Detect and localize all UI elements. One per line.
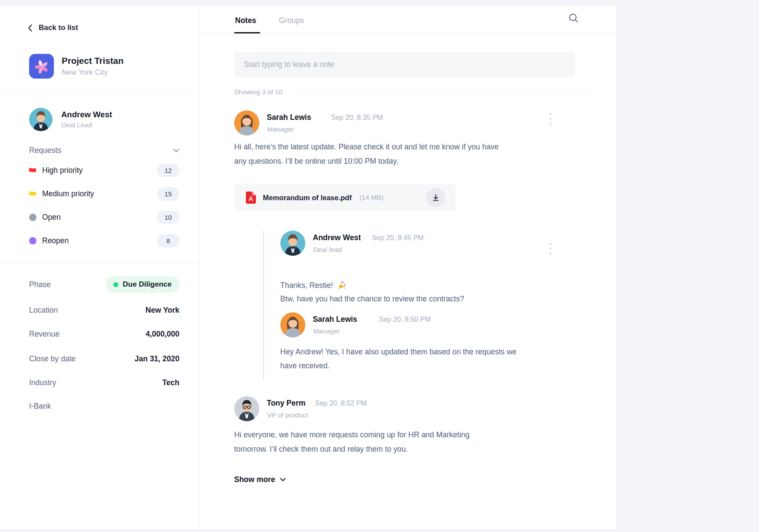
party-popper-emoji	[337, 281, 346, 290]
comment-author-role: Deal lead	[313, 246, 342, 254]
tab-groups[interactable]: Groups	[279, 16, 304, 25]
request-filter-high-priority[interactable]: High priority 12	[28, 164, 179, 177]
requests-section-header[interactable]: Requests	[29, 146, 179, 155]
dot-icon	[28, 214, 37, 221]
detail-label: Industry	[29, 378, 56, 387]
active-tab-underline	[234, 32, 260, 33]
page: Back to list Project Tristan New York Ci…	[0, 0, 759, 532]
detail-row-close-by-date: Close by date Jan 31, 2020	[29, 350, 179, 367]
request-count-badge: 12	[157, 164, 179, 177]
detail-label: Revenue	[29, 330, 60, 339]
detail-value: 4,000,000	[146, 330, 179, 339]
comment-text: Thanks, Restie!	[280, 278, 346, 293]
requests-title: Requests	[29, 146, 61, 155]
comment-timestamp: Sep 20, 8:52 PM	[315, 400, 367, 407]
search-icon	[568, 13, 579, 24]
comment-timestamp: Sep 20, 8:50 PM	[379, 316, 431, 324]
status-badge: Due Diligence	[106, 276, 179, 293]
dot-icon	[28, 237, 37, 245]
back-to-list-button[interactable]: Back to list	[28, 23, 78, 32]
comment-author-role: VP of product	[267, 411, 308, 419]
pdf-file-icon	[246, 192, 256, 204]
comment-author: Sarah Lewis	[313, 315, 357, 324]
divider	[292, 92, 594, 92]
comment-menu-button[interactable]	[545, 241, 556, 257]
comment-timestamp: Sep 20, 8:45 PM	[372, 234, 424, 242]
notes-panel: Notes Groups Showing 3 of 10	[200, 6, 617, 529]
detail-label: Location	[29, 306, 58, 315]
request-count-badge: 10	[157, 211, 179, 224]
avatar	[280, 231, 305, 256]
tabs-header: Notes Groups	[200, 6, 616, 34]
showing-count-label: Showing 3 of 10	[234, 88, 282, 96]
detail-label: I-Bank	[29, 402, 51, 411]
request-filter-medium-priority[interactable]: Medium priority 15	[28, 187, 179, 201]
detail-row-revenue: Revenue 4,000,000	[29, 326, 179, 342]
status-dot-icon	[113, 282, 118, 287]
kebab-menu-icon	[549, 113, 552, 125]
kebab-menu-icon	[549, 243, 552, 255]
flag-icon	[28, 167, 37, 174]
chevron-left-icon	[28, 24, 32, 32]
avatar	[280, 312, 305, 337]
deal-lead-card: Andrew West Deal Lead	[29, 108, 112, 131]
detail-label: Phase	[29, 280, 51, 289]
comment-author-role: Manager	[267, 126, 294, 133]
deal-lead-name: Andrew West	[61, 110, 112, 119]
request-filter-label: Reopen	[42, 236, 69, 245]
attachment-file-name: Memorandum of lease.pdf	[263, 194, 351, 202]
thread-line	[263, 231, 264, 380]
request-filter-label: Open	[42, 213, 61, 222]
chevron-down-icon	[173, 149, 179, 152]
divider	[0, 263, 199, 264]
detail-value: Jan 31, 2020	[135, 354, 179, 363]
comment-author-role: Manager	[313, 327, 340, 335]
request-filter-reopen[interactable]: Reopen 8	[28, 234, 179, 248]
comment-author: Tony Perm	[267, 399, 305, 408]
deal-lead-role: Deal Lead	[61, 121, 112, 129]
divider	[0, 91, 199, 92]
note-input[interactable]	[234, 52, 575, 77]
detail-label: Close by date	[29, 354, 76, 363]
search-button[interactable]	[564, 9, 583, 27]
request-count-badge: 8	[157, 234, 179, 248]
comment-menu-button[interactable]	[545, 111, 556, 127]
comment-text: Hi everyone, we have more requests comin…	[234, 428, 486, 456]
detail-row-i-bank: I-Bank	[29, 398, 179, 414]
tab-notes[interactable]: Notes	[235, 16, 256, 25]
flag-icon	[28, 191, 37, 198]
avatar	[234, 396, 259, 421]
detail-row-industry: Industry Tech	[29, 374, 179, 391]
request-filter-open[interactable]: Open 10	[28, 211, 179, 224]
detail-value: Tech	[162, 378, 179, 387]
comment-text: Btw, have you had the chance to review t…	[280, 292, 558, 306]
sidebar: Back to list Project Tristan New York Ci…	[0, 6, 200, 529]
attachment-card[interactable]: Memorandum of lease.pdf (14 MB)	[234, 184, 456, 211]
download-button[interactable]	[426, 188, 445, 207]
chevron-down-icon	[280, 478, 286, 482]
detail-row-location: Location New York	[29, 302, 179, 318]
comment-text: Hi all, here’s the latest update. Please…	[234, 140, 504, 169]
comment-author: Andrew West	[313, 233, 361, 242]
request-filter-label: High priority	[42, 166, 83, 175]
avatar	[234, 110, 259, 135]
detail-value: New York	[146, 306, 179, 315]
project-name: Project Tristan	[62, 56, 123, 66]
show-more-label: Show more	[234, 475, 275, 484]
project-location: New York City	[62, 68, 123, 77]
project-header: Project Tristan New York City	[29, 54, 123, 79]
project-logo	[29, 54, 54, 79]
request-count-badge: 15	[157, 187, 179, 201]
show-more-button[interactable]: Show more	[234, 475, 286, 484]
request-filter-label: Medium priority	[42, 189, 94, 198]
back-to-list-label: Back to list	[39, 23, 78, 32]
avatar	[29, 108, 53, 131]
comment-timestamp: Sep 20, 8:35 PM	[331, 114, 383, 122]
comment-author: Sarah Lewis	[267, 113, 311, 122]
detail-row-phase: Phase Due Diligence	[29, 276, 179, 293]
attachment-file-size: (14 MB)	[359, 194, 383, 202]
download-icon	[431, 193, 440, 202]
comment-text: Hey Andrew! Yes, I have also updated the…	[280, 345, 534, 373]
detail-value: Due Diligence	[123, 280, 172, 289]
flower-icon	[32, 57, 51, 76]
